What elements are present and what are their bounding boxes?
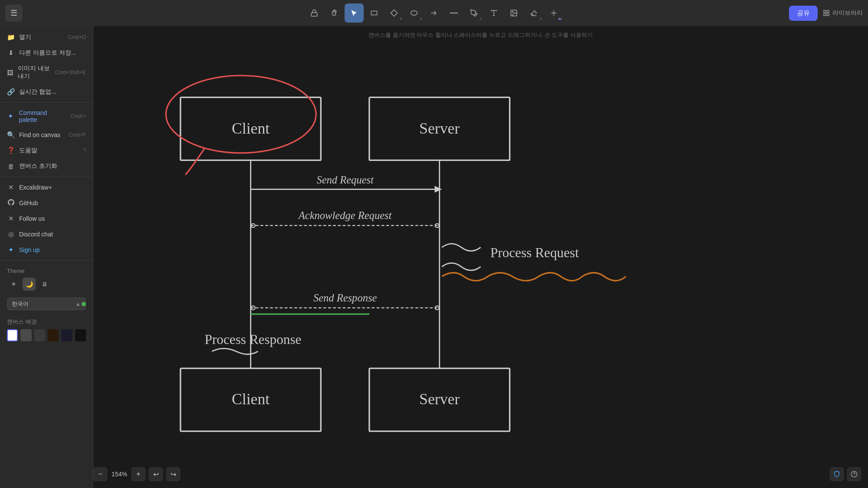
reset-label: 캔버스 초기화: [19, 162, 57, 170]
sidebar-item-help[interactable]: ❓ 도움말 ?: [0, 143, 93, 158]
send-response-label: Send Response: [313, 292, 377, 304]
menu-button[interactable]: ☰: [5, 4, 23, 22]
color-swatch-gray2[interactable]: [34, 329, 45, 341]
squiggle-top: [442, 244, 480, 251]
line-tool[interactable]: [444, 3, 464, 23]
server-bottom-label: Server: [419, 390, 460, 408]
export-shortcut: Cmd+Shift+E: [55, 69, 86, 75]
oval-tail: [185, 148, 205, 174]
help-icon: ❓: [7, 147, 15, 154]
sidebar-item-find[interactable]: 🔍 Find on canvas Cmd+F: [0, 127, 93, 143]
theme-light-btn[interactable]: ☀: [7, 278, 20, 291]
sidebar-menu: 📁 열기 Cmd+O ⬇ 다른 이름으로 저장... 🖼 이미지 내보내기 Cm…: [0, 26, 93, 488]
ack-request-label: Acknowledge Request: [298, 210, 392, 221]
open-label: 열기: [19, 33, 31, 41]
menu-divider-1: [0, 102, 93, 103]
theme-label: Theme: [7, 268, 86, 274]
extra-tool[interactable]: AI: [544, 3, 563, 23]
client-bottom-label: Client: [232, 390, 270, 408]
library-label: 라이브러리: [832, 9, 863, 17]
find-label: Find on canvas: [19, 131, 60, 138]
color-swatch-white[interactable]: [7, 329, 18, 341]
theme-dark-btn[interactable]: 🌙: [23, 278, 36, 291]
svg-rect-0: [311, 13, 317, 16]
discord-icon: ◎: [7, 230, 15, 238]
command-label: Command palette: [19, 109, 66, 123]
export-label: 이미지 내보내기: [18, 65, 51, 80]
undo-button[interactable]: ↩: [149, 467, 163, 481]
library-button[interactable]: 라이브러리: [823, 9, 863, 17]
canvas-bg-section: 캔버스 배경: [0, 315, 93, 346]
zoom-in-button[interactable]: +: [132, 467, 145, 481]
toolbar: ☰ 5: [0, 0, 868, 26]
sidebar-item-open[interactable]: 📁 열기 Cmd+O: [0, 29, 93, 45]
zoom-out-button[interactable]: −: [93, 467, 107, 481]
open-shortcut: Cmd+O: [68, 34, 86, 40]
github-label: GitHub: [19, 200, 38, 206]
help-shortcut: ?: [83, 147, 86, 154]
sidebar-item-discord[interactable]: ◎ Discord chat: [0, 226, 93, 242]
diamond-tool[interactable]: 5: [385, 3, 404, 23]
sidebar-item-excalidraw-plus[interactable]: ✕ Excalidraw+: [0, 180, 93, 195]
bottom-right-controls: [830, 467, 861, 481]
client-oval: [166, 75, 316, 153]
svg-rect-15: [824, 10, 826, 13]
collab-icon: 🔗: [7, 88, 15, 96]
sidebar-item-follow-us[interactable]: ✕ Follow us: [0, 211, 93, 226]
theme-system-btn[interactable]: 🖥: [38, 278, 51, 291]
find-icon: 🔍: [7, 131, 15, 139]
help-label: 도움말: [19, 147, 37, 154]
color-swatches: [7, 329, 86, 341]
color-swatch-brown[interactable]: [48, 329, 59, 341]
svg-rect-17: [827, 13, 829, 16]
sidebar-item-github[interactable]: GitHub: [0, 195, 93, 211]
theme-toggles: ☀ 🌙 🖥: [7, 278, 86, 291]
sign-up-icon: ✦: [7, 246, 15, 254]
sidebar-item-export-image[interactable]: 🖼 이미지 내보내기 Cmd+Shift+E: [0, 61, 93, 84]
discord-label: Discord chat: [19, 231, 53, 238]
pen-tool[interactable]: 7: [464, 3, 483, 23]
toolbar-right: 공유 라이브러리: [789, 6, 863, 21]
sidebar-item-sign-up[interactable]: ✦ Sign up: [0, 242, 93, 258]
hand-tool[interactable]: [325, 3, 344, 23]
sidebar-item-collab[interactable]: 🔗 실시간 협업...: [0, 84, 93, 100]
color-swatch-black[interactable]: [75, 329, 86, 341]
sidebar-item-save-as[interactable]: ⬇ 다른 이름으로 저장...: [0, 45, 93, 61]
shield-button[interactable]: [830, 467, 844, 481]
tool-palette: 5 4 7: [305, 3, 563, 23]
image-tool[interactable]: [504, 3, 523, 23]
color-swatch-darkblue[interactable]: [61, 329, 72, 341]
client-top-label: Client: [232, 120, 270, 137]
process-request-label: Process Request: [490, 245, 579, 260]
menu-divider-3: [0, 260, 93, 261]
sidebar-item-reset[interactable]: 🗑 캔버스 초기화: [0, 158, 93, 174]
svg-rect-16: [827, 10, 829, 13]
eraser-tool[interactable]: 0: [524, 3, 543, 23]
language-select[interactable]: 한국어: [7, 298, 86, 310]
sign-up-label: Sign up: [19, 246, 39, 253]
help-button[interactable]: [847, 467, 861, 481]
select-tool[interactable]: [345, 3, 364, 23]
server-top-label: Server: [419, 120, 460, 137]
zoom-level: 154%: [111, 471, 128, 478]
svg-rect-1: [371, 11, 377, 15]
text-tool[interactable]: [484, 3, 503, 23]
orange-squiggle: [442, 273, 626, 281]
redo-button[interactable]: ↪: [166, 467, 180, 481]
share-button[interactable]: 공유: [789, 6, 818, 21]
sidebar-item-command-palette[interactable]: ✦ Command palette Cmd+/: [0, 105, 93, 127]
arrow-tool[interactable]: [424, 3, 444, 23]
color-swatch-gray1[interactable]: [20, 329, 31, 341]
diagram-svg: Client Server Send Request Acknowledge R…: [93, 26, 868, 488]
language-selector-row: 한국어 ▲: [0, 295, 93, 313]
dropdown-arrow-icon: ▲: [76, 301, 81, 307]
excalidraw-plus-label: Excalidraw+: [19, 184, 52, 191]
svg-rect-18: [824, 13, 826, 16]
squiggle-bottom: [442, 263, 480, 270]
canvas-area[interactable]: 캔버스를 움기려면 마우스 휠이나 스페이스바를 누르고 드래그하거나, 손 도…: [93, 26, 868, 488]
save-icon: ⬇: [7, 49, 15, 57]
rectangle-tool[interactable]: [365, 3, 384, 23]
lock-tool[interactable]: [305, 3, 324, 23]
bottom-controls: − 154% + ↩ ↪: [93, 467, 180, 481]
ellipse-tool[interactable]: 4: [404, 3, 424, 23]
